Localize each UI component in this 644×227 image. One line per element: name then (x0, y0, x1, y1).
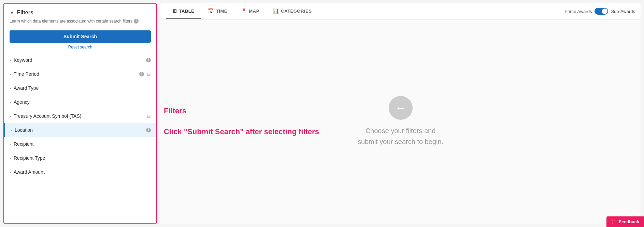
prime-sub-toggle[interactable] (595, 8, 608, 15)
chevron-icon-location: › (11, 128, 12, 132)
filter-item-tas[interactable]: ›Treasury Account Symbol (TAS)⊟ (4, 109, 156, 123)
tab-table[interactable]: ⊞TABLE (166, 3, 201, 19)
filters-description-text: Learn which data elements are associated… (10, 18, 132, 24)
filter-item-time-period[interactable]: ›Time Periodi⊟ (4, 67, 156, 81)
chevron-icon-award-amount: › (10, 170, 11, 174)
tab-icon-map: 📍 (241, 8, 247, 14)
filter-label-award-amount: Award Amount (14, 169, 151, 175)
filter-list: ›Keywordi›Time Periodi⊟›Award Type›Agenc… (4, 53, 156, 179)
tab-icon-categories: 📊 (273, 8, 279, 14)
left-arrow-icon: ← (389, 96, 413, 120)
content-message: Choose your filters and submit your sear… (358, 125, 443, 147)
tab-label-table: TABLE (179, 9, 195, 14)
reset-search-link[interactable]: Reset search (4, 44, 156, 53)
filter-label-keyword: Keyword (14, 57, 143, 63)
filter-label-time-period: Time Period (14, 71, 137, 77)
tab-map[interactable]: 📍MAP (234, 3, 266, 19)
feedback-button[interactable]: 🚩 Feedback (606, 216, 644, 227)
filter-label-tas: Treasury Account Symbol (TAS) (14, 113, 144, 119)
chevron-icon-tas: › (10, 114, 11, 118)
action-icon-time-period[interactable]: ⊟ (147, 71, 151, 77)
filter-label-recipient: Recipient (14, 141, 151, 147)
filters-description: Learn which data elements are associated… (10, 18, 151, 24)
filter-item-award-type[interactable]: ›Award Type (4, 81, 156, 95)
info-icon-keyword[interactable]: i (146, 58, 151, 62)
chevron-icon-time-period: › (10, 72, 11, 76)
filters-info-icon[interactable]: i (134, 19, 139, 24)
sub-awards-label: Sub-Awards (611, 9, 635, 14)
filter-icon: ▼ (10, 10, 14, 15)
filter-item-recipient-type[interactable]: ›Recipient Type (4, 151, 156, 165)
chevron-icon-award-type: › (10, 86, 11, 90)
filter-label-award-type: Award Type (14, 85, 151, 91)
annotation-filters-text: Filters (164, 107, 186, 115)
info-icon-time-period[interactable]: i (139, 72, 144, 76)
sidebar: ▼ Filters Learn which data elements are … (3, 3, 157, 224)
filter-label-location: Location (15, 127, 143, 133)
content-area: Click "Submit Search" after selecting fi… (160, 19, 641, 224)
message-line1: Choose your filters and (366, 127, 436, 134)
filter-item-recipient[interactable]: ›Recipient (4, 137, 156, 151)
tab-label-time: TIME (216, 9, 227, 14)
main-content: ⊞TABLE📅TIME📍MAP📊CATEGORIES Prime Awards … (160, 3, 641, 224)
tab-label-map: MAP (249, 9, 259, 14)
sidebar-header: ▼ Filters Learn which data elements are … (4, 4, 156, 27)
action-icon-tas[interactable]: ⊟ (147, 113, 151, 119)
filter-item-award-amount[interactable]: ›Award Amount (4, 165, 156, 179)
filter-label-agency: Agency (14, 99, 151, 105)
annotation-filters-area: Filters (164, 107, 186, 115)
tab-label-categories: CATEGORIES (281, 9, 312, 14)
feedback-icon: 🚩 (611, 219, 617, 224)
chevron-icon-keyword: › (10, 58, 11, 62)
tab-icon-time: 📅 (208, 8, 214, 14)
submit-search-button[interactable]: Submit Search (10, 30, 151, 43)
feedback-label: Feedback (619, 219, 639, 224)
annotation-submit-text: Click "Submit Search" after selecting fi… (164, 127, 319, 136)
filter-label-recipient-type: Recipient Type (14, 155, 151, 161)
filter-item-location[interactable]: ›Locationi (4, 123, 156, 137)
info-icon-location[interactable]: i (146, 128, 151, 132)
tabs-left: ⊞TABLE📅TIME📍MAP📊CATEGORIES (166, 3, 318, 19)
toggle-area: Prime Awards Sub-Awards (564, 8, 635, 15)
chevron-icon-agency: › (10, 100, 11, 104)
tab-categories[interactable]: 📊CATEGORIES (266, 3, 319, 19)
message-line2: submit your search to begin. (358, 138, 443, 145)
filters-heading: Filters (17, 10, 33, 16)
chevron-icon-recipient: › (10, 142, 11, 146)
tab-time[interactable]: 📅TIME (201, 3, 234, 19)
filter-item-keyword[interactable]: ›Keywordi (4, 53, 156, 67)
tabs-bar: ⊞TABLE📅TIME📍MAP📊CATEGORIES Prime Awards … (160, 3, 641, 19)
prime-awards-label: Prime Awards (564, 9, 592, 14)
filter-item-agency[interactable]: ›Agency (4, 95, 156, 109)
filters-title: ▼ Filters (10, 10, 151, 16)
tab-icon-table: ⊞ (173, 8, 177, 14)
chevron-icon-recipient-type: › (10, 156, 11, 160)
